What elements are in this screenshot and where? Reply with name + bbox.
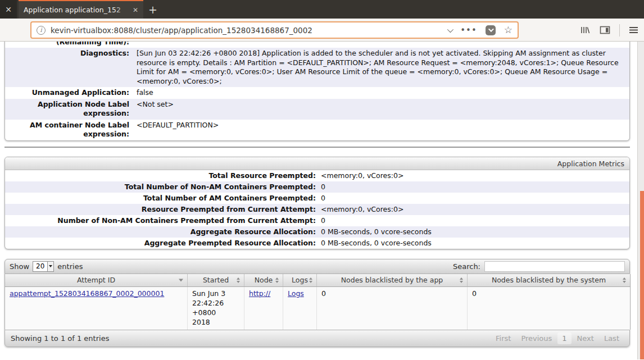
menu-hamburger-icon[interactable] — [629, 26, 638, 34]
datatable-toolbar: Show 20 entries Search: — [4, 259, 630, 274]
sidebar-icon[interactable] — [600, 25, 610, 35]
pagination-previous[interactable]: Previous — [516, 332, 556, 344]
browser-tab-bar: ✕ Application application_152 ✕ + — [0, 0, 644, 19]
search-input[interactable] — [484, 261, 625, 272]
library-icon[interactable] — [580, 25, 591, 35]
show-label: Show — [10, 262, 29, 271]
column-header-attempt-id[interactable]: Attempt ID — [5, 274, 188, 287]
browser-toolbar: i kevin-virtualbox:8088/cluster/app/appl… — [0, 19, 644, 42]
toolbar-divider — [619, 24, 620, 37]
datatable-footer: Showing 1 to 1 of 1 entries First Previo… — [4, 330, 630, 347]
scrollbar-thumb[interactable] — [640, 191, 644, 359]
application-info-table: (Remaining Time): Diagnostics: [Sun Jun … — [4, 42, 630, 141]
column-header-node[interactable]: Node — [244, 274, 283, 287]
info-row: AM container Node Label expression: <DEF… — [5, 120, 629, 140]
column-header-nodes-blacklisted-system[interactable]: Nodes blacklisted by the system — [468, 274, 631, 287]
metrics-row: Aggregate Resource Allocation: 0 MB-seco… — [5, 226, 629, 238]
info-label: Unmanaged Application: — [5, 87, 133, 99]
attempt-id-link[interactable]: appattempt_1528034168867_0002_000001 — [10, 289, 164, 298]
site-info-icon[interactable]: i — [37, 26, 46, 35]
sort-both-icon — [309, 277, 312, 283]
info-row: Diagnostics: [Sun Jun 03 22:42:26 +0800 … — [5, 48, 629, 87]
column-header-nodes-blacklisted-app[interactable]: Nodes blacklisted by the app — [317, 274, 468, 287]
tab-title-fade — [114, 2, 129, 19]
new-tab-button[interactable]: + — [143, 0, 162, 19]
column-header-started[interactable]: Started — [188, 274, 244, 287]
attempts-table: Attempt ID Started Node Logs — [4, 274, 631, 330]
sort-both-icon — [623, 277, 626, 283]
diagnostics-text: [Sun Jun 03 22:42:26 +0800 2018] Applica… — [133, 48, 629, 87]
attempt-row: appattempt_1528034168867_0002_000001 Sun… — [5, 287, 631, 330]
tab-close-icon[interactable]: ✕ — [133, 6, 138, 14]
url-text: kevin-virtualbox:8088/cluster/app/applic… — [51, 26, 443, 35]
sort-both-icon — [237, 277, 240, 283]
nodes-blacklisted-app-value: 0 — [321, 289, 326, 298]
info-value: <Not set> — [133, 99, 629, 120]
info-label: Application Node Label expression: — [5, 99, 133, 120]
pagination-page-1[interactable]: 1 — [557, 332, 571, 344]
info-row: Application Node Label expression: <Not … — [5, 99, 629, 120]
info-label: Diagnostics: — [5, 48, 133, 87]
attempt-started: Sun Jun 3 22:42:26 +0800 2018 — [192, 289, 232, 327]
sort-both-icon — [460, 277, 463, 283]
tab-title: Application application_152 — [24, 6, 129, 14]
info-value: <DEFAULT_PARTITION> — [133, 120, 629, 140]
info-value: false — [133, 87, 629, 99]
vertical-scrollbar[interactable] — [637, 42, 644, 359]
entries-label: entries — [57, 262, 83, 271]
window-close-button[interactable]: ✕ — [0, 0, 17, 19]
metrics-row: Aggregate Preempted Resource Allocation:… — [5, 238, 629, 249]
info-label: AM container Node Label expression: — [5, 120, 133, 140]
metrics-row: Resource Preempted from Current Attempt:… — [5, 204, 629, 215]
metrics-row: Total Resource Preempted: <memory:0, vCo… — [5, 170, 629, 181]
entries-select[interactable]: 20 — [33, 261, 54, 272]
attempts-datatable: Show 20 entries Search: Attempt ID — [4, 259, 630, 347]
sort-desc-icon — [179, 279, 183, 281]
nodes-blacklisted-system-value: 0 — [472, 289, 477, 298]
attempt-logs-link[interactable]: Logs — [288, 289, 304, 298]
column-header-logs[interactable]: Logs — [283, 274, 317, 287]
info-row: (Remaining Time): — [5, 42, 629, 48]
pocket-icon[interactable] — [486, 25, 496, 35]
metrics-row: Number of Non-AM Containers Preempted fr… — [5, 215, 629, 226]
entries-select-value: 20 — [36, 262, 44, 270]
page-viewport: (Remaining Time): Diagnostics: [Sun Jun … — [0, 42, 644, 359]
showing-entries-text: Showing 1 to 1 of 1 entries — [11, 334, 109, 343]
pagination-first[interactable]: First — [491, 332, 515, 344]
pagination-next[interactable]: Next — [573, 332, 598, 344]
pagination: First Previous 1 Next Last — [491, 332, 624, 344]
pagination-last[interactable]: Last — [600, 332, 624, 344]
urlbar-dropdown-icon[interactable] — [447, 26, 453, 32]
metrics-header: Application Metrics — [5, 157, 629, 170]
search-label: Search: — [453, 262, 480, 271]
sort-both-icon — [275, 277, 279, 283]
metrics-row: Total Number of AM Containers Preempted:… — [5, 193, 629, 204]
info-row: Unmanaged Application: false — [5, 87, 629, 99]
url-bar[interactable]: i kevin-virtualbox:8088/cluster/app/appl… — [30, 21, 519, 39]
metrics-row: Total Number of Non-AM Containers Preemp… — [5, 181, 629, 193]
info-label: (Remaining Time): — [5, 42, 133, 48]
page-actions-icon[interactable]: ••• — [460, 28, 477, 33]
section-divider — [4, 147, 630, 148]
select-arrow-icon — [47, 262, 53, 271]
bookmark-star-icon[interactable]: ☆ — [504, 25, 513, 35]
application-metrics-table: Application Metrics Total Resource Preem… — [4, 157, 630, 249]
attempt-node-link[interactable]: http:// — [249, 289, 270, 298]
browser-tab[interactable]: Application application_152 ✕ — [19, 0, 143, 19]
